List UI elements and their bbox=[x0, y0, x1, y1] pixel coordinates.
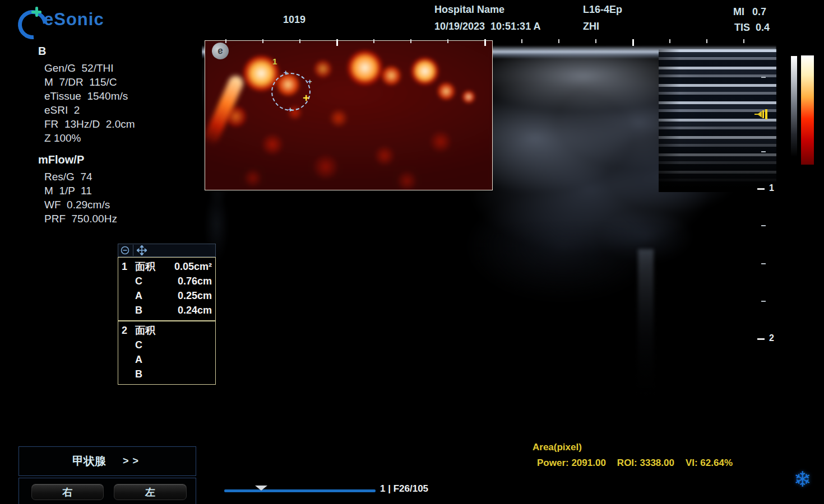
depth-scale-tick bbox=[761, 301, 766, 302]
doppler-color-map-bar bbox=[801, 55, 814, 165]
exam-preset-box[interactable]: 甲状腺 >> bbox=[18, 446, 196, 476]
vi-stat: VI: 62.64% bbox=[686, 458, 733, 469]
area-pixel-stats: Power: 2091.00 ROI: 3338.00 VI: 62.64% bbox=[537, 458, 733, 469]
cine-slider-thumb[interactable] bbox=[255, 486, 267, 491]
width-scale-tick bbox=[521, 39, 522, 43]
focus-position-icon bbox=[754, 109, 768, 120]
left-side-button[interactable]: 左 bbox=[114, 484, 187, 500]
measurement-results-panel: 1 面积 0.05cm² C 0.76cm A 0.25cm B 0.24cm bbox=[118, 244, 216, 385]
measurement-index-label: 1 bbox=[272, 57, 277, 66]
cine-frame-info: 1 | F26/105 bbox=[380, 483, 428, 494]
depth-major-tick bbox=[757, 188, 765, 190]
depth-scale-tick bbox=[761, 263, 766, 264]
param-line: Z 100% bbox=[44, 131, 135, 145]
measure-label: A bbox=[135, 354, 212, 366]
param-line: WF 0.29cm/s bbox=[44, 198, 117, 212]
exam-datetime: 10/19/2023 10:51:31 A bbox=[434, 21, 540, 32]
param-line: Gen/G 52/THI bbox=[44, 61, 135, 75]
measure-label: B bbox=[135, 305, 178, 316]
ultrasound-screen: eSonic 1019 Hospital Name 10/19/2023 10:… bbox=[0, 0, 824, 504]
depth-attenuation-shadow bbox=[202, 218, 776, 431]
mi-value: 0.7 bbox=[752, 6, 766, 18]
mflow-params-panel: mFlow/P Res/G 74 M 1/P 11 WF 0.29cm/s PR… bbox=[38, 153, 117, 226]
image-number: 1019 bbox=[283, 14, 305, 26]
exam-preset-label: 甲状腺 bbox=[72, 454, 106, 469]
mi-readout: MI 0.7 bbox=[733, 6, 766, 18]
depth-scale-tick bbox=[761, 151, 766, 152]
mflow-params-title: mFlow/P bbox=[38, 153, 117, 166]
power-stat: Power: 2091.00 bbox=[537, 458, 606, 469]
measure-label: B bbox=[135, 368, 212, 380]
width-scale-tick bbox=[484, 39, 486, 46]
width-scale-tick bbox=[706, 39, 707, 43]
width-scale-tick bbox=[595, 39, 596, 43]
tis-readout: TIS 0.4 bbox=[734, 22, 770, 34]
depth-label: 1 bbox=[769, 183, 774, 193]
measurement-group: 2 面积 C A B bbox=[118, 321, 216, 385]
depth-scale-tick bbox=[761, 77, 766, 78]
measure-label: 面积 bbox=[135, 260, 174, 273]
measurement-panel-header bbox=[118, 244, 216, 257]
measure-label: 面积 bbox=[135, 324, 212, 337]
mi-label: MI bbox=[733, 6, 744, 18]
esonic-logo-icon bbox=[17, 7, 43, 32]
move-panel-icon[interactable] bbox=[137, 245, 147, 255]
width-scale-tick bbox=[299, 39, 300, 43]
grayscale-map-bar bbox=[791, 56, 797, 157]
param-line: PRF 750.00Hz bbox=[44, 212, 117, 226]
cine-slider-track[interactable] bbox=[224, 489, 376, 492]
preset-name: ZHI bbox=[583, 21, 599, 32]
side-select-box: 右 左 bbox=[18, 478, 196, 504]
width-scale-tick bbox=[373, 39, 374, 43]
measure-label: C bbox=[135, 339, 212, 351]
param-line: M 1/P 11 bbox=[44, 184, 117, 198]
width-scale-tick bbox=[447, 39, 448, 43]
tis-label: TIS bbox=[734, 22, 750, 34]
depth-scale-tick bbox=[761, 225, 766, 226]
freeze-snowflake-icon: ❄ bbox=[794, 467, 812, 492]
trace-handle-icon[interactable]: + bbox=[308, 77, 312, 86]
param-line: eTissue 1540m/s bbox=[44, 89, 135, 103]
width-scale-tick bbox=[632, 39, 634, 46]
measure-index: 1 bbox=[122, 261, 135, 273]
width-scale-tick bbox=[410, 39, 411, 43]
measure-label: C bbox=[135, 276, 178, 287]
width-scale-tick bbox=[336, 39, 338, 46]
width-scale-tick bbox=[743, 39, 744, 43]
hospital-name: Hospital Name bbox=[434, 4, 504, 16]
esonic-logo: eSonic bbox=[17, 3, 129, 36]
trace-cursor-icon[interactable]: + bbox=[303, 91, 309, 105]
doppler-roi-box: e 1 + + + + bbox=[205, 40, 493, 190]
width-scale-tick bbox=[669, 39, 670, 43]
doppler-flow-signal bbox=[205, 41, 492, 190]
trace-handle-icon[interactable]: + bbox=[284, 68, 288, 77]
b-params-title: B bbox=[38, 45, 135, 58]
reverberation-fade bbox=[659, 49, 776, 192]
measurement-group: 1 面积 0.05cm² C 0.76cm A 0.25cm B 0.24cm bbox=[118, 257, 216, 321]
b-mode-params-panel: B Gen/G 52/THI M 7/DR 115/C eTissue 1540… bbox=[38, 45, 135, 145]
width-scale-tick bbox=[225, 39, 226, 43]
param-line: FR 13Hz/D 2.0cm bbox=[44, 117, 135, 131]
measure-label: A bbox=[135, 290, 178, 302]
depth-label: 2 bbox=[769, 333, 774, 343]
header-divider bbox=[133, 245, 133, 256]
right-side-button[interactable]: 右 bbox=[31, 484, 104, 500]
collapse-panel-icon[interactable] bbox=[121, 246, 129, 255]
tis-value: 0.4 bbox=[756, 22, 770, 34]
trace-handle-icon[interactable]: + bbox=[288, 105, 293, 114]
roi-stat: ROI: 3338.00 bbox=[617, 458, 674, 469]
probe-name: L16-4Ep bbox=[583, 4, 622, 16]
param-line: M 7/DR 115/C bbox=[44, 75, 135, 89]
depth-major-tick bbox=[757, 338, 765, 340]
logo-text: eSonic bbox=[44, 10, 104, 30]
width-scale-tick bbox=[558, 39, 559, 43]
expand-chevrons-icon[interactable]: >> bbox=[123, 455, 142, 467]
measure-value: 0.76cm bbox=[178, 276, 212, 287]
area-pixel-title: Area(pixel) bbox=[533, 442, 582, 453]
measure-value: 0.24cm bbox=[178, 305, 212, 316]
measure-value: 0.25cm bbox=[178, 290, 212, 302]
measure-index: 2 bbox=[122, 325, 135, 337]
param-line: Res/G 74 bbox=[44, 170, 117, 184]
width-scale-tick bbox=[262, 39, 263, 43]
measure-value: 0.05cm² bbox=[174, 261, 212, 273]
